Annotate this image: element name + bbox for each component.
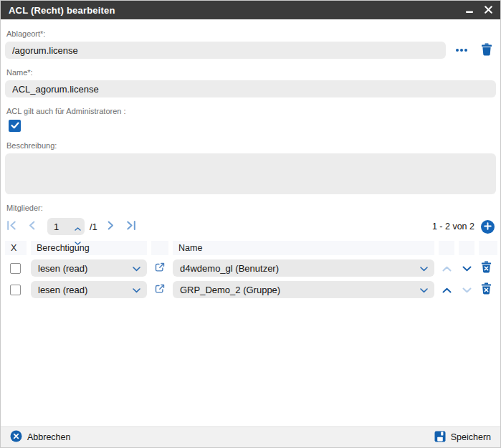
save-button[interactable]: Speichern [434, 431, 491, 444]
result-range-label: 1 - 2 von 2 [432, 221, 474, 232]
open-member-button[interactable] [151, 262, 168, 275]
admin-label: ACL gilt auch für Administratoren : [6, 107, 495, 115]
trash-x-icon [481, 261, 492, 275]
header-spacer [479, 241, 497, 255]
acl-edit-dialog: ACL (Recht) bearbeiten Ablageort*: [0, 0, 501, 448]
chevron-down-icon [462, 285, 472, 295]
header-x: X [5, 241, 27, 255]
pagination: /1 1 - 2 von 2 [5, 218, 496, 235]
header-spacer [459, 241, 474, 255]
beschreibung-label: Beschreibung: [6, 141, 495, 150]
member-name-value: GRP_Demo_2 (Gruppe) [180, 285, 420, 295]
cancel-button[interactable]: Abbrechen [10, 430, 70, 444]
member-name-select[interactable]: GRP_Demo_2 (Gruppe) [173, 281, 434, 298]
minimize-button[interactable] [466, 5, 473, 16]
chevron-down-icon [133, 285, 140, 295]
dialog-title: ACL (Recht) bearbeiten [9, 5, 115, 16]
trash-icon [481, 43, 492, 58]
browse-button[interactable] [451, 42, 472, 59]
ablageort-label: Ablageort*: [6, 29, 495, 38]
berechtigung-select[interactable]: lesen (read) [31, 259, 147, 277]
dialog-footer: Abbrechen Speichern [1, 426, 500, 447]
last-page-icon [126, 221, 136, 232]
berechtigung-value: lesen (read) [38, 263, 133, 274]
move-down-button[interactable] [459, 285, 474, 295]
chevron-down-icon [462, 263, 472, 274]
prev-page-button[interactable] [29, 221, 35, 232]
ablageort-input[interactable] [5, 42, 446, 59]
first-page-icon [6, 221, 16, 232]
mitglieder-label: Mitglieder: [6, 204, 495, 212]
members-table: X Berechtigung Name lesen (read) [5, 241, 496, 298]
next-page-button[interactable] [108, 221, 114, 232]
header-name: Name [173, 241, 434, 255]
chevron-down-icon [420, 263, 428, 274]
open-member-button[interactable] [151, 283, 168, 297]
delete-row-button[interactable] [479, 282, 493, 297]
close-icon [485, 5, 492, 16]
add-member-button[interactable] [481, 220, 495, 234]
row-select-checkbox[interactable] [10, 285, 21, 295]
page-spinner[interactable] [75, 221, 81, 248]
trash-x-icon [481, 282, 492, 297]
delete-row-button[interactable] [479, 261, 493, 275]
header-spacer [439, 241, 454, 255]
chevron-up-icon [442, 263, 452, 274]
name-label: Name*: [6, 68, 495, 77]
cancel-label: Abbrechen [27, 432, 70, 442]
checkmark-icon [11, 120, 19, 131]
move-down-button[interactable] [459, 263, 474, 274]
move-up-button[interactable] [439, 263, 454, 274]
member-name-value: d4wdemo_gl (Benutzer) [180, 263, 420, 274]
minimize-icon [466, 5, 473, 16]
name-input[interactable] [5, 80, 496, 97]
header-berechtigung: Berechtigung [31, 241, 147, 255]
page-total: /1 [90, 221, 97, 232]
spinner-up-icon [75, 221, 81, 234]
chevron-down-icon [420, 285, 428, 295]
chevron-down-icon [133, 263, 140, 274]
next-page-icon [108, 221, 114, 232]
spinner-down-icon [75, 235, 81, 248]
external-link-icon [154, 283, 166, 297]
admin-checkbox[interactable] [9, 120, 21, 132]
move-up-button[interactable] [439, 285, 454, 295]
berechtigung-value: lesen (read) [38, 285, 133, 295]
ellipsis-icon [456, 49, 467, 52]
external-link-icon [154, 262, 166, 275]
prev-page-icon [29, 221, 35, 232]
row-select-checkbox[interactable] [10, 263, 21, 274]
cancel-circle-x-icon [10, 430, 22, 444]
last-page-button[interactable] [126, 221, 136, 232]
first-page-button[interactable] [6, 221, 16, 232]
plus-icon [484, 221, 492, 232]
member-name-select[interactable]: d4wdemo_gl (Benutzer) [173, 259, 434, 277]
beschreibung-textarea[interactable] [5, 153, 496, 194]
berechtigung-select[interactable]: lesen (read) [31, 281, 147, 298]
save-label: Speichern [451, 432, 491, 442]
chevron-up-icon [442, 285, 452, 295]
clear-ablageort-button[interactable] [477, 42, 496, 59]
save-floppy-icon [434, 431, 446, 444]
close-button[interactable] [485, 5, 492, 16]
header-spacer [151, 241, 168, 255]
titlebar: ACL (Recht) bearbeiten [1, 1, 500, 19]
